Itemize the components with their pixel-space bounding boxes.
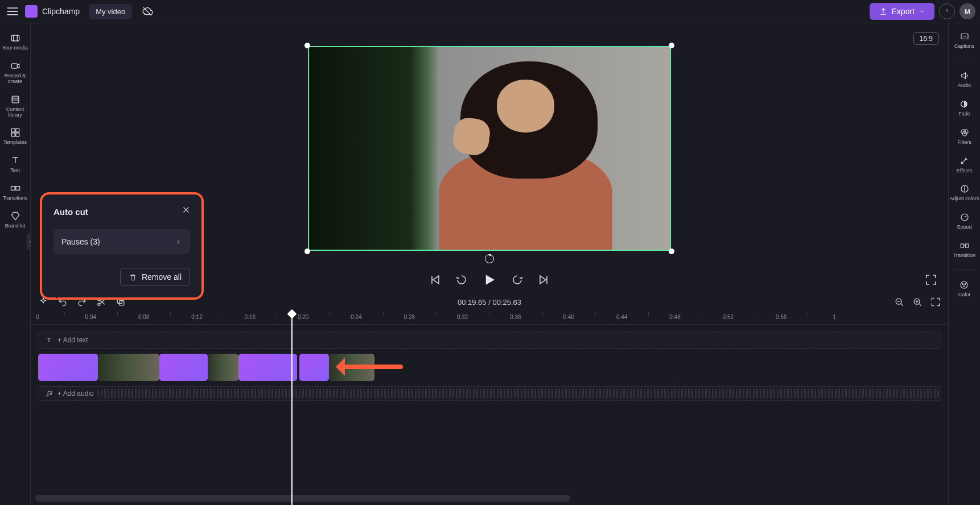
ruler-tick: 0:32 — [457, 314, 468, 320]
pauses-row[interactable]: Pauses (3) — [53, 229, 190, 254]
tracks-area: + Add text + Add audio — [31, 325, 948, 401]
timecode-total: 00:25.63 — [492, 298, 521, 307]
brand-logo[interactable]: Clipchamp — [25, 5, 80, 18]
ruler-tick: 0:40 — [563, 314, 574, 320]
ruler-tick: 0:44 — [616, 314, 627, 320]
ruler-tick: 0 — [36, 314, 39, 320]
panel-filters[interactable]: Filters — [957, 127, 971, 146]
svg-rect-6 — [15, 133, 19, 136]
remove-all-label: Remove all — [142, 272, 182, 282]
popover-close-button[interactable] — [181, 205, 191, 215]
sidebar-label: Transitions — [3, 196, 28, 201]
sidebar-content-library[interactable]: Content library — [0, 90, 31, 121]
seek-back-button[interactable] — [455, 273, 468, 287]
pause-clip[interactable] — [38, 354, 98, 381]
zoom-in-button[interactable] — [912, 296, 923, 308]
svg-rect-7 — [11, 187, 15, 191]
panel-speed[interactable]: Speed — [957, 212, 971, 230]
sidebar-label: Text — [10, 168, 20, 173]
remove-all-button[interactable]: Remove all — [120, 268, 190, 286]
audio-track[interactable]: + Add audio — [38, 386, 941, 401]
ruler-tick: 0:48 — [669, 314, 680, 320]
panel-color[interactable]: Color — [958, 280, 971, 298]
panel-label: Transition — [953, 253, 975, 259]
panel-transition[interactable]: Transition — [953, 241, 975, 259]
sidebar-brand-kit[interactable]: Brand kit — [0, 207, 31, 231]
panel-fade[interactable]: Fade — [958, 99, 970, 117]
aspect-ratio-button[interactable]: 16:9 — [913, 32, 939, 45]
pauses-label: Pauses (3) — [61, 237, 100, 246]
help-button[interactable] — [939, 3, 955, 19]
auto-cut-popover: Auto cut Pauses (3) Remove all — [42, 194, 201, 297]
zoom-out-button[interactable] — [893, 296, 905, 308]
panel-label: Adjust colors — [950, 196, 979, 202]
video-track[interactable] — [38, 353, 941, 382]
fit-timeline-button[interactable] — [930, 296, 941, 308]
user-avatar[interactable]: M — [960, 3, 975, 19]
svg-rect-1 — [11, 64, 17, 68]
split-button[interactable] — [96, 296, 107, 308]
redo-button[interactable] — [76, 296, 88, 308]
svg-rect-5 — [11, 133, 15, 136]
sidebar-transitions[interactable]: Transitions — [0, 179, 31, 204]
group-button[interactable] — [115, 296, 126, 308]
panel-audio[interactable]: Audio — [958, 71, 971, 89]
sidebar-label: Your media — [2, 45, 28, 51]
menu-button[interactable] — [5, 3, 20, 19]
panel-effects[interactable]: Effects — [957, 156, 972, 174]
panel-label: Speed — [957, 225, 971, 230]
time-ruler[interactable]: 00:040:080:120:160:200:240:280:320:360:4… — [31, 312, 948, 325]
sidebar-label: Templates — [3, 140, 27, 146]
ruler-tick: 0:16 — [245, 314, 256, 320]
sidebar-label: Brand kit — [5, 223, 26, 229]
ruler-tick: 0:36 — [510, 314, 521, 320]
topbar: Clipchamp My video Export M — [0, 0, 980, 23]
ruler-tick: 0:56 — [776, 314, 787, 320]
panel-label: Filters — [957, 140, 971, 146]
panel-adjust-colors[interactable]: Adjust colors — [950, 184, 979, 202]
resize-handle-br[interactable] — [669, 249, 674, 254]
panel-label: Effects — [957, 168, 972, 174]
pause-clip[interactable] — [299, 354, 329, 381]
panel-label: Captions — [954, 44, 975, 49]
pause-clip[interactable] — [238, 354, 297, 381]
project-title[interactable]: My video — [89, 4, 132, 19]
skip-forward-button[interactable] — [537, 273, 550, 287]
sidebar-text[interactable]: Text — [0, 151, 31, 176]
skip-back-button[interactable] — [429, 273, 442, 287]
preview-canvas[interactable] — [308, 46, 671, 251]
sidebar-your-media[interactable]: Your media — [0, 29, 31, 53]
panel-captions[interactable]: Captions — [954, 31, 975, 49]
svg-rect-0 — [11, 35, 19, 41]
seek-forward-button[interactable] — [510, 273, 524, 287]
sidebar-record-create[interactable]: Record & create — [0, 57, 31, 87]
resize-handle-tl[interactable] — [304, 43, 310, 48]
video-clip[interactable] — [208, 354, 238, 381]
timecode-current: 00:19.65 — [458, 298, 487, 307]
ai-sparkle-button[interactable] — [38, 296, 49, 308]
panel-label: Fade — [958, 111, 970, 117]
video-clip[interactable] — [98, 354, 159, 381]
ruler-tick: 1 — [833, 314, 836, 320]
resize-handle-tr[interactable] — [669, 43, 674, 48]
svg-rect-2 — [12, 96, 19, 103]
waveform-placeholder — [97, 389, 941, 398]
pause-clip[interactable] — [159, 354, 208, 381]
trash-icon — [129, 273, 137, 282]
sidebar-label: Record & create — [1, 73, 30, 85]
popover-caret — [52, 294, 61, 303]
rotate-handle-icon[interactable] — [485, 254, 494, 263]
resize-handle-bl[interactable] — [304, 249, 310, 254]
svg-rect-3 — [11, 129, 15, 133]
export-button[interactable]: Export — [870, 3, 934, 20]
text-track[interactable]: + Add text — [38, 332, 941, 349]
export-label: Export — [892, 7, 915, 16]
brand-icon — [25, 5, 38, 18]
horizontal-scrollbar[interactable] — [35, 495, 570, 502]
svg-rect-4 — [15, 129, 19, 133]
play-button[interactable] — [481, 271, 498, 288]
sidebar-templates[interactable]: Templates — [0, 123, 31, 148]
playhead[interactable] — [291, 312, 293, 505]
fullscreen-button[interactable] — [924, 273, 938, 287]
svg-point-19 — [962, 284, 963, 285]
